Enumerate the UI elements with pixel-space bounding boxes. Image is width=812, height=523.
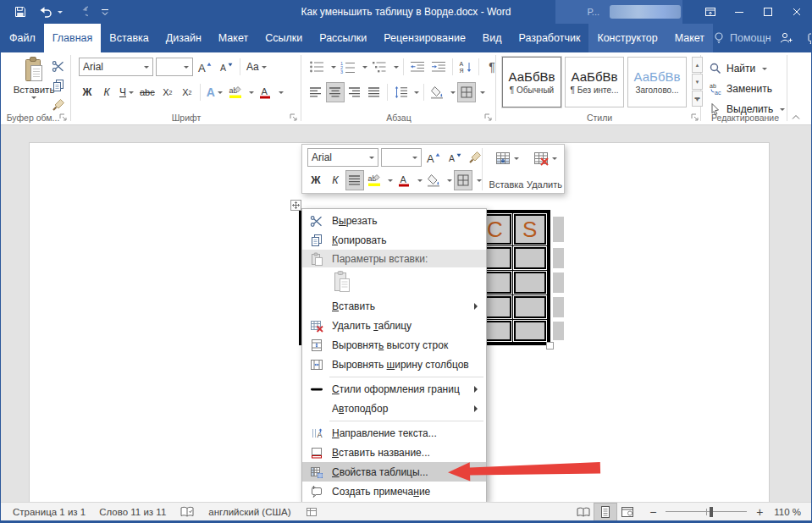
grow-font-icon[interactable]: A bbox=[196, 58, 214, 76]
table-cell[interactable] bbox=[514, 321, 546, 341]
mini-insert-table-button[interactable]: Вставка bbox=[487, 148, 526, 191]
menu-item-cut[interactable]: Вырезать bbox=[302, 211, 486, 230]
ribbon-display-options-icon[interactable] bbox=[696, 0, 725, 24]
table-cell[interactable] bbox=[514, 247, 546, 269]
font-size-combo[interactable] bbox=[156, 58, 193, 76]
mini-highlight-button[interactable]: ab bbox=[366, 171, 383, 190]
menu-item-paste-keep-formatting[interactable] bbox=[302, 267, 486, 296]
styles-scroll-up-icon[interactable]: ▲ bbox=[692, 57, 703, 73]
zoom-slider[interactable] bbox=[666, 507, 747, 517]
replace-button[interactable]: abacЗаменить bbox=[709, 80, 785, 98]
borders-button[interactable] bbox=[458, 83, 475, 102]
italic-button[interactable]: К bbox=[98, 83, 115, 102]
tab-contextual-11-макет[interactable]: Макет bbox=[666, 24, 713, 52]
menu-item-copy[interactable]: Копировать bbox=[302, 230, 486, 250]
table-move-handle[interactable] bbox=[290, 200, 301, 211]
zoom-slider-handle[interactable] bbox=[710, 507, 713, 517]
menu-item-distribute-rows[interactable]: Выровнять высоту строк bbox=[302, 335, 486, 355]
menu-item-insert[interactable]: Вставить bbox=[302, 296, 486, 316]
mini-bold-button[interactable]: Ж bbox=[307, 171, 324, 190]
redo-icon[interactable] bbox=[75, 6, 88, 18]
change-case-button[interactable]: Aa bbox=[245, 58, 268, 76]
align-left-button[interactable] bbox=[307, 83, 324, 102]
format-painter-icon[interactable] bbox=[52, 98, 65, 112]
mini-shading-button[interactable] bbox=[425, 171, 442, 190]
minimize-button[interactable] bbox=[725, 0, 754, 24]
multilevel-list-button[interactable] bbox=[370, 58, 389, 76]
strikethrough-button[interactable]: abc bbox=[138, 83, 157, 102]
cut-icon[interactable] bbox=[52, 59, 65, 73]
proofing-status-icon[interactable] bbox=[173, 503, 202, 520]
mini-format-painter-icon[interactable] bbox=[467, 148, 483, 167]
decrease-indent-button[interactable] bbox=[408, 58, 427, 76]
font-color-button[interactable]: А bbox=[257, 83, 273, 102]
mini-shrink-font-icon[interactable]: A bbox=[445, 148, 464, 167]
subscript-button[interactable]: X2 bbox=[159, 83, 176, 102]
table-cell[interactable] bbox=[514, 296, 546, 318]
shading-button[interactable] bbox=[428, 83, 445, 102]
print-layout-view-icon[interactable] bbox=[594, 504, 616, 520]
web-layout-view-icon[interactable] bbox=[616, 504, 638, 520]
shrink-font-icon[interactable]: A bbox=[217, 58, 235, 76]
style-card-2[interactable]: АаБбВвЗаголово... bbox=[627, 57, 687, 107]
tab-contextual-10-конструктор[interactable]: Конструктор bbox=[588, 24, 666, 52]
align-right-button[interactable] bbox=[346, 83, 363, 102]
align-justify-button[interactable] bbox=[366, 83, 383, 102]
customize-qat-icon[interactable] bbox=[100, 7, 110, 17]
style-card-1[interactable]: АаБбВв¶ Без инте... bbox=[565, 57, 624, 107]
font-dialog-launcher-icon[interactable] bbox=[290, 113, 298, 122]
paste-button[interactable]: Вставить bbox=[11, 56, 57, 117]
table-cell[interactable]: S bbox=[514, 214, 546, 245]
share-person-icon[interactable] bbox=[778, 31, 793, 45]
line-spacing-button[interactable] bbox=[392, 83, 409, 102]
read-mode-view-icon[interactable] bbox=[572, 504, 594, 520]
paste-dropdown[interactable] bbox=[31, 96, 36, 102]
underline-button[interactable]: Ч bbox=[118, 83, 135, 102]
account-name-truncated[interactable]: Р... bbox=[588, 7, 599, 17]
mini-italic-button[interactable]: К bbox=[327, 171, 344, 190]
tab-0-файл[interactable]: Файл bbox=[1, 24, 44, 52]
styles-gallery-more-icon[interactable]: ▬▼ bbox=[692, 91, 703, 107]
copy-icon[interactable] bbox=[52, 79, 65, 92]
undo-icon[interactable] bbox=[38, 6, 63, 18]
zoom-level[interactable]: 110 % bbox=[774, 507, 801, 517]
table-resize-handle[interactable] bbox=[546, 342, 554, 350]
tab-1-главная[interactable]: Главная bbox=[44, 24, 102, 52]
numbering-button[interactable]: 123 bbox=[339, 58, 357, 76]
find-button[interactable]: Найти bbox=[709, 59, 785, 78]
mini-align-button[interactable] bbox=[346, 171, 363, 190]
tab-9-разработчик[interactable]: Разработчик bbox=[510, 24, 588, 52]
tab-4-макет[interactable]: Макет bbox=[210, 24, 257, 52]
mini-borders-button[interactable] bbox=[455, 171, 472, 190]
maximize-button[interactable] bbox=[754, 0, 782, 24]
save-icon[interactable] bbox=[14, 6, 26, 18]
menu-item-distribute-columns[interactable]: Выровнять ширину столбцов bbox=[302, 355, 486, 374]
styles-scroll-down-icon[interactable]: ▼ bbox=[692, 74, 703, 90]
menu-item-border-styles[interactable]: Стили оформления границ bbox=[302, 379, 486, 399]
zoom-out-button[interactable]: − bbox=[647, 505, 659, 519]
page-indicator[interactable]: Страница 1 из 1 bbox=[6, 503, 92, 520]
word-count[interactable]: Слово 11 из 11 bbox=[92, 503, 173, 520]
close-button[interactable] bbox=[782, 0, 811, 24]
undo-dropdown[interactable] bbox=[58, 11, 63, 16]
menu-item-autofit[interactable]: Автоподбор bbox=[302, 399, 486, 418]
language-indicator[interactable]: английский (США) bbox=[202, 503, 297, 520]
superscript-button[interactable]: X2 bbox=[179, 83, 196, 102]
tab-8-вид[interactable]: Вид bbox=[474, 24, 511, 52]
tell-me-helper[interactable]: Помощн bbox=[713, 24, 778, 52]
styles-dialog-launcher-icon[interactable] bbox=[691, 113, 699, 122]
paragraph-dialog-launcher-icon[interactable] bbox=[484, 113, 493, 122]
menu-item-delete-table[interactable]: Удалить таблицу bbox=[302, 316, 486, 335]
bullets-button[interactable] bbox=[307, 58, 326, 76]
tab-7-рецензирование[interactable]: Рецензирование bbox=[375, 24, 474, 52]
menu-item-text-direction[interactable]: AНаправление текста... bbox=[302, 423, 486, 443]
tab-3-дизайн[interactable]: Дизайн bbox=[157, 24, 210, 52]
text-effects-button[interactable]: А bbox=[205, 83, 224, 102]
mini-grow-font-icon[interactable]: A bbox=[424, 148, 443, 167]
macro-recording-icon[interactable] bbox=[298, 503, 325, 520]
mini-font-color-button[interactable]: А bbox=[395, 171, 412, 190]
mini-font-size-combo[interactable] bbox=[381, 148, 422, 167]
tab-2-вставка[interactable]: Вставка bbox=[101, 24, 157, 52]
increase-indent-button[interactable] bbox=[429, 58, 448, 76]
mini-font-name-combo[interactable]: Arial bbox=[307, 148, 378, 167]
